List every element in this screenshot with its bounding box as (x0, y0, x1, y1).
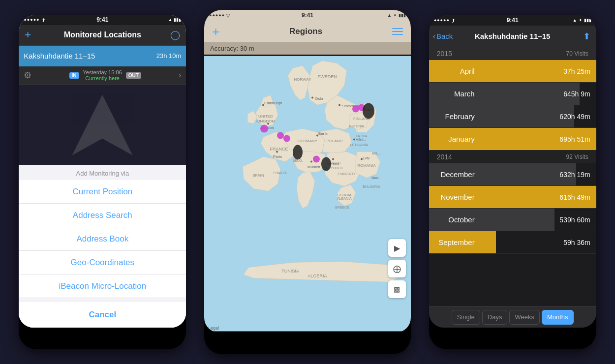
bt-icon-3: ✦ (579, 18, 583, 23)
svg-point-45 (353, 139, 355, 141)
gps-icon-1: ▲ (168, 17, 172, 22)
battery-icon-2: ▮▮▮ (399, 13, 406, 18)
february-value: 620h 49m (559, 113, 596, 121)
svg-text:ROMANIA: ROMANIA (357, 163, 376, 168)
share-button[interactable]: ⬆ (583, 31, 590, 42)
december-label: December (429, 170, 481, 179)
svg-text:POLAND: POLAND (327, 139, 343, 143)
menu-item-ibeacon[interactable]: iBeacon Micro-Location (19, 274, 186, 298)
cancel-button[interactable]: Cancel (19, 302, 186, 328)
location-button[interactable]: ▶ (388, 239, 406, 257)
september-label: September (429, 238, 481, 246)
layers-button[interactable]: ▩ (388, 280, 406, 298)
back-label: Back (436, 32, 453, 40)
map-view[interactable]: Mediterranean Sea Baltic Sea (204, 55, 411, 333)
svg-text:GREECE: GREECE (335, 206, 349, 209)
month-row-april[interactable]: April 37h 25m (429, 60, 596, 83)
battery-icon-3: ▮▮▮ (584, 18, 591, 23)
month-row-october[interactable]: October 539h 60m (429, 209, 596, 231)
menu-line-2 (392, 31, 403, 32)
svg-point-37 (276, 151, 278, 153)
svg-point-58 (321, 157, 331, 171)
svg-text:UNITEDKINGDOM: UNITEDKINGDOM (256, 114, 276, 123)
menu-item-address-search[interactable]: Address Search (19, 204, 186, 227)
september-value: 59h 36m (563, 239, 596, 246)
location-row[interactable]: Kakshuhdantie 11–15 23h 10m (19, 46, 186, 66)
menu-line-3 (392, 34, 403, 35)
svg-point-50 (352, 106, 359, 113)
svg-text:TUNISIA: TUNISIA (281, 269, 299, 273)
phone-monitored-locations: ●●●●● ⮭ 9:41 ▲ ▮▮▮ + Monitored Locations… (19, 15, 186, 349)
january-value: 695h 51m (559, 135, 596, 143)
legal-text[interactable]: Legal (208, 326, 219, 331)
january-label: January (429, 135, 481, 143)
tab-days[interactable]: Days (482, 310, 508, 325)
svg-text:Paris: Paris (273, 154, 282, 159)
checkin-info: IN Yesterday 15:06 Currently here OUT (69, 69, 141, 81)
menu-item-address-book[interactable]: Address Book (19, 227, 186, 251)
svg-text:FRANCE: FRANCE (270, 147, 288, 152)
svg-text:LITHUANIA: LITHUANIA (350, 143, 369, 147)
battery-area-2: ▲ ✦ ▮▮▮ (387, 13, 406, 18)
month-row-february[interactable]: February 620h 49m (429, 105, 596, 128)
svg-text:ALGERIA: ALGERIA (308, 273, 327, 278)
year-2015-label: 2015 (437, 50, 452, 58)
hamburger-menu-icon[interactable] (392, 28, 403, 35)
yesterday-time: Yesterday 15:06 (83, 69, 122, 75)
time-info: Yesterday 15:06 Currently here (83, 69, 122, 81)
map-controls: ▶ ⨁ ▩ (388, 239, 406, 298)
time-display-2: 9:41 (302, 12, 313, 19)
svg-point-57 (313, 156, 320, 163)
year-2014-header: 2014 92 Visits (429, 151, 596, 163)
back-chevron-icon: ‹ (433, 32, 435, 41)
november-label: November (429, 193, 481, 201)
october-label: October (429, 215, 481, 224)
battery-icon-1: ▮▮▮ (174, 17, 181, 22)
tab-weeks[interactable]: Weeks (509, 310, 540, 325)
gear-icon[interactable]: ⚙ (24, 70, 31, 81)
menu-header: Add Monitoring via (19, 165, 186, 180)
month-row-september[interactable]: September 59h 36m (429, 231, 596, 254)
person-icon-1[interactable]: ◯ (170, 30, 180, 40)
svg-point-55 (283, 135, 290, 142)
battery-area-3: ▲ ✦ ▮▮▮ (573, 18, 591, 23)
menu-separator (19, 298, 186, 302)
back-button[interactable]: ‹ Back (433, 32, 453, 41)
nav-arrow-icon (70, 93, 134, 157)
status-bar-1: ●●●●● ⮭ 9:41 ▲ ▮▮▮ (19, 15, 186, 25)
december-value: 632h 19m (559, 171, 596, 179)
detail-title: Kakshuhdantie 11–15 (475, 32, 550, 40)
svg-point-28 (311, 97, 313, 99)
signal-2: ●●●●● (209, 13, 225, 18)
svg-point-52 (363, 103, 374, 119)
svg-text:Oslo: Oslo (315, 96, 323, 101)
signal-area: ●●●●● ⮭ (24, 17, 46, 23)
month-row-march[interactable]: March 645h 9m (429, 83, 596, 105)
october-value: 539h 60m (559, 216, 596, 224)
accuracy-bar: Accuracy: 30 m (204, 42, 411, 55)
add-button-1[interactable]: + (25, 29, 31, 41)
add-region-button[interactable]: + (212, 25, 219, 38)
svg-text:Vilni...: Vilni... (356, 137, 367, 142)
phone-location-stats: ●●●●● ⮭ 9:41 ▲ ✦ ▮▮▮ ‹ Back Kakshuhdanti… (429, 15, 596, 349)
month-row-december[interactable]: December 632h 19m (429, 163, 596, 186)
regions-title: Regions (289, 27, 322, 36)
tab-months[interactable]: Months (542, 310, 574, 325)
phone-regions-map: ●●●●● ▽ 9:41 ▲ ✦ ▮▮▮ + Regions (204, 10, 411, 354)
add-monitoring-menu: Add Monitoring via Current Position Addr… (19, 165, 186, 328)
menu-item-current-position[interactable]: Current Position (19, 180, 186, 204)
month-row-january[interactable]: January 695h 51m (429, 128, 596, 151)
month-row-november[interactable]: November 616h 49m (429, 186, 596, 209)
nav-title-1: Monitored Locations (64, 30, 141, 39)
menu-line-1 (392, 28, 403, 29)
tab-single[interactable]: Single (452, 310, 480, 325)
svg-text:BEL...: BEL... (371, 152, 381, 155)
europe-map: Mediterranean Sea Baltic Sea (204, 55, 411, 333)
menu-item-geo-coordinates[interactable]: Geo-Coordinates (19, 251, 186, 274)
november-value: 616h 49m (559, 193, 596, 201)
svg-text:ESTONIA: ESTONIA (349, 124, 365, 128)
svg-text:NORWAY: NORWAY (294, 77, 312, 82)
april-value: 37h 25m (563, 67, 596, 75)
in-badge: IN (69, 72, 79, 79)
zoom-button[interactable]: ⨁ (388, 260, 406, 277)
